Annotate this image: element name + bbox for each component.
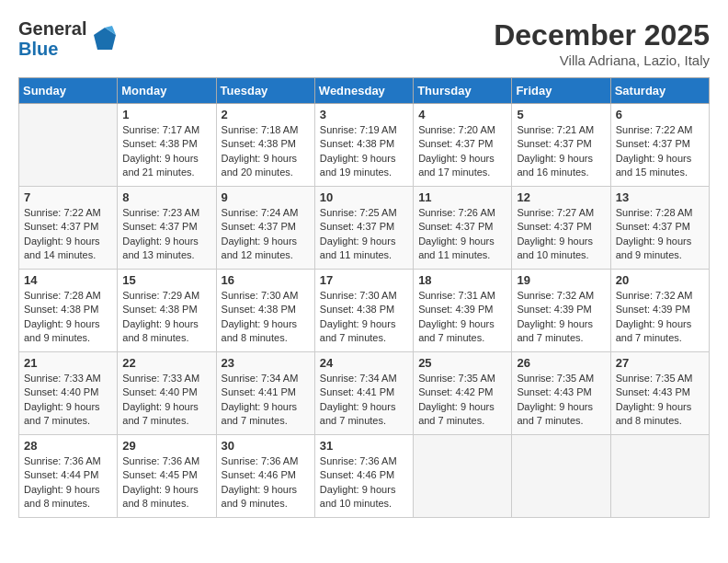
calendar-cell: 12 Sunrise: 7:27 AMSunset: 4:37 PMDaylig…	[512, 187, 610, 270]
week-row-1: 1 Sunrise: 7:17 AMSunset: 4:38 PMDayligh…	[19, 104, 710, 187]
day-number: 6	[616, 108, 704, 121]
calendar-cell: 20 Sunrise: 7:32 AMSunset: 4:39 PMDaylig…	[610, 270, 709, 352]
logo-blue: Blue	[18, 39, 86, 59]
cell-info: Sunrise: 7:30 AMSunset: 4:38 PMDaylight:…	[320, 289, 408, 346]
logo-icon	[90, 24, 119, 53]
calendar-cell	[512, 435, 610, 518]
calendar-cell: 22 Sunrise: 7:33 AMSunset: 4:40 PMDaylig…	[118, 352, 216, 435]
calendar-cell: 21 Sunrise: 7:33 AMSunset: 4:40 PMDaylig…	[19, 352, 118, 435]
col-header-tuesday: Tuesday	[216, 78, 314, 104]
cell-info: Sunrise: 7:35 AMSunset: 4:42 PMDaylight:…	[418, 372, 506, 429]
cell-info: Sunrise: 7:27 AMSunset: 4:37 PMDaylight:…	[517, 206, 605, 263]
day-number: 1	[122, 108, 210, 121]
cell-info: Sunrise: 7:35 AMSunset: 4:43 PMDaylight:…	[616, 372, 704, 429]
day-number: 25	[418, 356, 506, 370]
calendar-cell: 25 Sunrise: 7:35 AMSunset: 4:42 PMDaylig…	[414, 352, 512, 435]
cell-info: Sunrise: 7:20 AMSunset: 4:37 PMDaylight:…	[418, 123, 506, 180]
day-number: 13	[616, 190, 704, 204]
cell-info: Sunrise: 7:34 AMSunset: 4:41 PMDaylight:…	[222, 372, 310, 429]
calendar-cell: 18 Sunrise: 7:31 AMSunset: 4:39 PMDaylig…	[414, 270, 512, 352]
cell-info: Sunrise: 7:36 AMSunset: 4:45 PMDaylight:…	[122, 454, 210, 511]
calendar-cell: 17 Sunrise: 7:30 AMSunset: 4:38 PMDaylig…	[314, 270, 413, 352]
calendar-cell	[414, 435, 512, 518]
cell-info: Sunrise: 7:34 AMSunset: 4:41 PMDaylight:…	[320, 372, 408, 429]
calendar-cell: 23 Sunrise: 7:34 AMSunset: 4:41 PMDaylig…	[216, 352, 314, 435]
day-number: 14	[24, 273, 112, 287]
col-header-thursday: Thursday	[414, 78, 512, 104]
col-header-sunday: Sunday	[19, 78, 118, 104]
cell-info: Sunrise: 7:25 AMSunset: 4:37 PMDaylight:…	[320, 206, 408, 263]
cell-info: Sunrise: 7:33 AMSunset: 4:40 PMDaylight:…	[122, 372, 210, 429]
page-header: General Blue December 2025 Villa Adriana…	[18, 18, 710, 68]
logo: General Blue	[18, 18, 119, 59]
calendar-cell: 10 Sunrise: 7:25 AMSunset: 4:37 PMDaylig…	[314, 187, 413, 270]
calendar-cell: 11 Sunrise: 7:26 AMSunset: 4:37 PMDaylig…	[414, 187, 512, 270]
calendar-cell: 9 Sunrise: 7:24 AMSunset: 4:37 PMDayligh…	[216, 187, 314, 270]
cell-info: Sunrise: 7:36 AMSunset: 4:44 PMDaylight:…	[24, 454, 112, 511]
day-number: 3	[320, 108, 408, 121]
calendar-cell: 31 Sunrise: 7:36 AMSunset: 4:46 PMDaylig…	[314, 435, 413, 518]
cell-info: Sunrise: 7:26 AMSunset: 4:37 PMDaylight:…	[418, 206, 506, 263]
calendar-cell: 6 Sunrise: 7:22 AMSunset: 4:37 PMDayligh…	[610, 104, 709, 187]
day-number: 10	[320, 190, 408, 204]
title-block: December 2025 Villa Adriana, Lazio, Ital…	[494, 18, 710, 68]
day-number: 29	[122, 439, 210, 453]
day-number: 9	[222, 190, 310, 204]
cell-info: Sunrise: 7:36 AMSunset: 4:46 PMDaylight:…	[222, 454, 310, 511]
day-number: 27	[616, 356, 704, 370]
calendar-cell: 26 Sunrise: 7:35 AMSunset: 4:43 PMDaylig…	[512, 352, 610, 435]
day-number: 21	[24, 356, 112, 370]
day-number: 2	[222, 108, 310, 121]
day-number: 20	[616, 273, 704, 287]
cell-info: Sunrise: 7:22 AMSunset: 4:37 PMDaylight:…	[616, 123, 704, 180]
calendar-cell: 14 Sunrise: 7:28 AMSunset: 4:38 PMDaylig…	[19, 270, 118, 352]
calendar-cell: 13 Sunrise: 7:28 AMSunset: 4:37 PMDaylig…	[610, 187, 709, 270]
cell-info: Sunrise: 7:32 AMSunset: 4:39 PMDaylight:…	[517, 289, 605, 346]
day-number: 31	[320, 439, 408, 453]
cell-info: Sunrise: 7:22 AMSunset: 4:37 PMDaylight:…	[24, 206, 112, 263]
day-number: 26	[517, 356, 605, 370]
day-number: 22	[122, 356, 210, 370]
calendar-cell: 1 Sunrise: 7:17 AMSunset: 4:38 PMDayligh…	[118, 104, 216, 187]
calendar-cell: 4 Sunrise: 7:20 AMSunset: 4:37 PMDayligh…	[414, 104, 512, 187]
week-row-4: 21 Sunrise: 7:33 AMSunset: 4:40 PMDaylig…	[19, 352, 710, 435]
calendar-cell: 27 Sunrise: 7:35 AMSunset: 4:43 PMDaylig…	[610, 352, 709, 435]
calendar-cell: 2 Sunrise: 7:18 AMSunset: 4:38 PMDayligh…	[216, 104, 314, 187]
col-header-monday: Monday	[118, 78, 216, 104]
calendar-table: SundayMondayTuesdayWednesdayThursdayFrid…	[18, 77, 710, 518]
col-header-friday: Friday	[512, 78, 610, 104]
day-number: 15	[122, 273, 210, 287]
day-number: 7	[24, 190, 112, 204]
day-number: 24	[320, 356, 408, 370]
logo-text: General Blue	[18, 18, 86, 59]
calendar-cell: 16 Sunrise: 7:30 AMSunset: 4:38 PMDaylig…	[216, 270, 314, 352]
week-row-2: 7 Sunrise: 7:22 AMSunset: 4:37 PMDayligh…	[19, 187, 710, 270]
day-number: 18	[418, 273, 506, 287]
calendar-cell	[610, 435, 709, 518]
cell-info: Sunrise: 7:21 AMSunset: 4:37 PMDaylight:…	[517, 123, 605, 180]
day-number: 16	[222, 273, 310, 287]
calendar-cell: 8 Sunrise: 7:23 AMSunset: 4:37 PMDayligh…	[118, 187, 216, 270]
cell-info: Sunrise: 7:18 AMSunset: 4:38 PMDaylight:…	[222, 123, 310, 180]
calendar-cell: 28 Sunrise: 7:36 AMSunset: 4:44 PMDaylig…	[19, 435, 118, 518]
week-row-3: 14 Sunrise: 7:28 AMSunset: 4:38 PMDaylig…	[19, 270, 710, 352]
day-number: 12	[517, 190, 605, 204]
day-number: 4	[418, 108, 506, 121]
cell-info: Sunrise: 7:19 AMSunset: 4:38 PMDaylight:…	[320, 123, 408, 180]
day-number: 30	[222, 439, 310, 453]
col-header-saturday: Saturday	[610, 78, 709, 104]
day-number: 17	[320, 273, 408, 287]
cell-info: Sunrise: 7:33 AMSunset: 4:40 PMDaylight:…	[24, 372, 112, 429]
cell-info: Sunrise: 7:24 AMSunset: 4:37 PMDaylight:…	[222, 206, 310, 263]
cell-info: Sunrise: 7:28 AMSunset: 4:38 PMDaylight:…	[24, 289, 112, 346]
cell-info: Sunrise: 7:17 AMSunset: 4:38 PMDaylight:…	[122, 123, 210, 180]
cell-info: Sunrise: 7:31 AMSunset: 4:39 PMDaylight:…	[418, 289, 506, 346]
day-number: 11	[418, 190, 506, 204]
location: Villa Adriana, Lazio, Italy	[494, 52, 710, 68]
cell-info: Sunrise: 7:32 AMSunset: 4:39 PMDaylight:…	[616, 289, 704, 346]
calendar-cell: 19 Sunrise: 7:32 AMSunset: 4:39 PMDaylig…	[512, 270, 610, 352]
calendar-cell: 15 Sunrise: 7:29 AMSunset: 4:38 PMDaylig…	[118, 270, 216, 352]
calendar-cell: 29 Sunrise: 7:36 AMSunset: 4:45 PMDaylig…	[118, 435, 216, 518]
logo-general: General	[18, 18, 86, 39]
cell-info: Sunrise: 7:28 AMSunset: 4:37 PMDaylight:…	[616, 206, 704, 263]
